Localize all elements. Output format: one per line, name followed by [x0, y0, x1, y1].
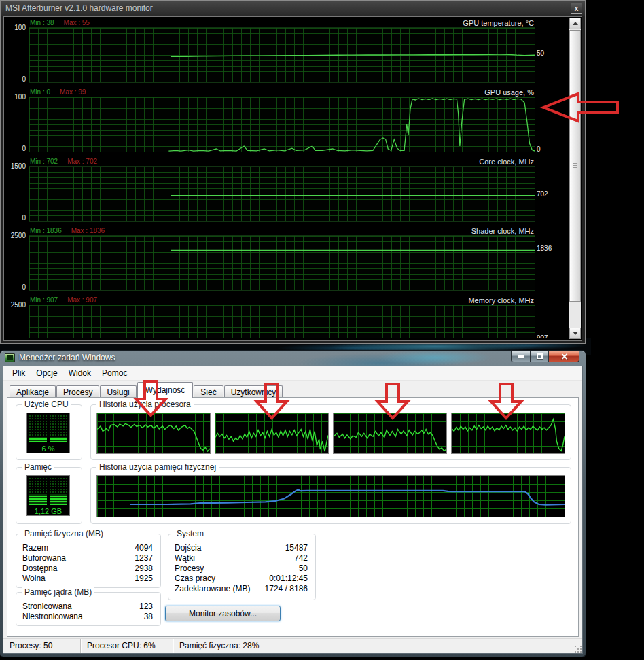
physical-memory-label: Pamięć fizyczna (MB): [22, 529, 106, 538]
y-axis-max: 2500: [7, 232, 26, 239]
msi-plot: [29, 235, 535, 291]
y-axis-min: 0: [7, 75, 26, 83]
y-axis-min: 0: [7, 145, 26, 152]
meter-column: [29, 478, 47, 505]
meter-column: [50, 478, 67, 505]
meter-column: [29, 415, 47, 442]
task-manager-window: Menedżer zadań Windows PlikOpcjeWidokPom…: [0, 351, 586, 657]
stat-label: Dostępna: [22, 563, 57, 574]
minimize-icon: [518, 355, 524, 358]
stat-value: 1237: [135, 553, 153, 563]
system-label: System: [174, 529, 207, 538]
msi-panel-title: Memory clock, MHz: [468, 296, 534, 305]
kernel-memory-label: Pamięć jądra (MB): [22, 587, 94, 597]
stat-label: Czas pracy: [175, 574, 215, 584]
stat-label: Procesy: [175, 563, 204, 574]
taskmgr-window-title: Menedżer zadań Windows: [19, 351, 115, 365]
cpu-core-graph-3: [333, 413, 447, 454]
menu-plik[interactable]: Plik: [7, 366, 31, 380]
stat-row: Dojścia15487: [175, 543, 308, 553]
stat-value: 2938: [135, 563, 153, 574]
max-value: Max : 907: [67, 296, 97, 304]
cpu-core-graphs: [96, 413, 565, 454]
close-icon: [560, 353, 568, 360]
close-button[interactable]: [549, 351, 579, 362]
msi-panel-title: GPU usage, %: [484, 88, 534, 97]
stat-label: Buforowana: [22, 553, 66, 563]
maximize-button[interactable]: [531, 351, 549, 362]
msi-panel-4: Min : 907Max : 907Memory clock, MHz25000…: [5, 296, 569, 338]
msi-scrollbar[interactable]: [569, 18, 581, 339]
stat-value: 4094: [135, 543, 153, 553]
minimize-button[interactable]: [511, 351, 531, 362]
msi-panel-title: Shader clock, MHz: [471, 227, 534, 235]
msi-panel-2: Min : 702Max : 702Core clock, MHz1500070…: [5, 157, 569, 226]
msi-minmax: Min : 907Max : 907: [30, 296, 97, 304]
msi-close-button[interactable]: x: [571, 3, 582, 14]
menu-bar: PlikOpcjeWidokPomoc: [3, 366, 582, 381]
memory-history-graph: [96, 475, 565, 517]
taskmgr-frame: PlikOpcjeWidokPomoc AplikacjeProcesyUsłu…: [3, 366, 583, 654]
stat-row: Niestronicowana38: [22, 612, 153, 622]
cpu-usage-meter: 6 %: [26, 413, 70, 453]
resize-grip-icon[interactable]: [575, 646, 583, 654]
y-axis-min: 0: [7, 214, 26, 222]
stat-label: Stronicowana: [22, 602, 72, 612]
stat-row: Dostępna2938: [22, 563, 153, 574]
msi-minmax: Min : 0Max : 99: [30, 88, 86, 96]
msi-panel-1: Min : 0Max : 99GPU usage, %10000: [5, 88, 569, 157]
taskmgr-titlebar[interactable]: Menedżer zadań Windows: [0, 351, 586, 366]
tab-wydajność[interactable]: Wydajność: [137, 382, 194, 398]
stat-value: 38: [144, 612, 153, 622]
stat-value: 742: [294, 553, 308, 563]
arrow-down-icon: [573, 332, 578, 335]
stat-row: Buforowana1237: [22, 553, 153, 563]
min-value: Min : 38: [30, 19, 54, 27]
cpu-usage-label: Użycie CPU: [22, 400, 71, 409]
scroll-down-button[interactable]: [569, 328, 581, 339]
cpu-history-label: Historia użycia procesora: [96, 400, 194, 409]
max-value: Max : 99: [60, 88, 86, 96]
y-axis-max: 2500: [7, 301, 26, 309]
msi-plot: [29, 97, 535, 152]
system-rows: Dojścia15487Wątki742Procesy50Czas pracy0…: [175, 543, 308, 594]
status-cell-0: Procesy: 50: [3, 639, 81, 653]
stat-row: Czas pracy0:01:12:45: [175, 574, 308, 584]
msi-panel-3: Min : 1836Max : 1836Shader clock, MHz250…: [5, 226, 569, 296]
stat-row: Wątki742: [175, 553, 308, 563]
caption-buttons: [511, 351, 579, 362]
msi-panel-title: GPU temperature, °C: [463, 19, 534, 27]
msi-monitor-body: Min : 38Max : 55GPU temperature, °C10005…: [3, 16, 582, 341]
meter-column: [50, 415, 67, 442]
stat-label: Razem: [22, 543, 48, 553]
cpu-core-graph-1: [96, 413, 211, 454]
stat-row: Stronicowana123: [22, 602, 153, 612]
current-value: 0: [537, 145, 541, 153]
stat-value: 123: [139, 602, 153, 612]
stat-value: 1925: [135, 574, 153, 584]
menu-pomoc[interactable]: Pomoc: [96, 366, 132, 380]
msi-minmax: Min : 38Max : 55: [30, 19, 90, 27]
min-value: Min : 0: [30, 88, 50, 96]
msi-plot: [29, 166, 535, 222]
scroll-up-button[interactable]: [569, 18, 581, 29]
cpu-history-group: Historia użycia procesora: [90, 404, 571, 460]
menu-widok[interactable]: Widok: [63, 366, 96, 380]
memory-history-label: Historia użycia pamięci fizycznej: [96, 462, 219, 472]
current-value: 907: [537, 334, 548, 338]
max-value: Max : 1836: [71, 227, 105, 235]
msi-plot: [29, 27, 535, 83]
scrollbar-thumb[interactable]: [569, 30, 581, 302]
resource-monitor-button[interactable]: Monitor zasobów...: [165, 606, 281, 621]
physical-memory-group: Pamięć fizyczna (MB) Razem4094Buforowana…: [16, 534, 161, 588]
min-value: Min : 1836: [30, 227, 62, 235]
current-value: 50: [537, 50, 544, 57]
menu-opcje[interactable]: Opcje: [31, 366, 62, 380]
msi-titlebar[interactable]: MSI Afterburner v2.1.0 hardware monitor …: [1, 1, 585, 16]
memory-value: 1,12 GB: [27, 507, 69, 515]
y-axis-max: 100: [7, 93, 26, 101]
msi-graph-panels: Min : 38Max : 55GPU temperature, °C10005…: [5, 18, 569, 338]
task-manager-icon: [5, 353, 15, 362]
status-cell-1: Procesor CPU: 6%: [81, 639, 173, 653]
screenshot-stage: MSI Afterburner v2.1.0 hardware monitor …: [0, 0, 644, 660]
